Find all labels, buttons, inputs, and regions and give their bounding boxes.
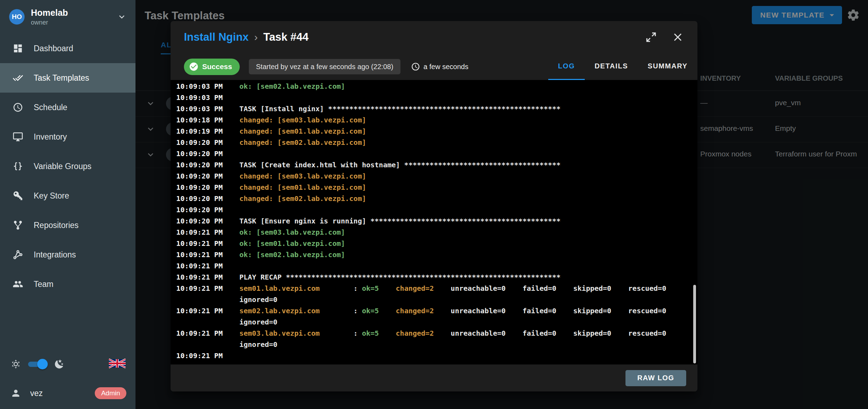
log-line: 10:09:21 PM: [171, 350, 697, 361]
log-timestamp: [171, 294, 239, 305]
log-message: TASK [Install nginx] *******************…: [239, 103, 561, 114]
modal-tabs: LOG DETAILS SUMMARY: [548, 53, 697, 80]
user-name: vez: [30, 389, 43, 398]
repositories-icon: [13, 220, 23, 230]
log-message: ignored=0: [239, 294, 277, 305]
log-line: 10:09:21 PMok: [sem03.lab.vezpi.com]: [171, 227, 697, 238]
log-line: 10:09:20 PMTASK [Create index.html with …: [171, 159, 697, 170]
log-timestamp: 10:09:21 PM: [171, 328, 239, 339]
sidebar-item-integrations[interactable]: Integrations: [0, 240, 135, 269]
log-timestamp: 10:09:21 PM: [171, 238, 239, 249]
log-line: 10:09:20 PMchanged: [sem02.lab.vezpi.com…: [171, 193, 697, 204]
sidebar-item-label: Schedule: [34, 103, 67, 112]
user-profile[interactable]: vez Admin: [0, 377, 135, 409]
key-store-icon: [13, 190, 23, 201]
duration-info: a few seconds: [411, 62, 469, 71]
log-message: ignored=0: [239, 316, 277, 328]
sidebar-item-team[interactable]: Team: [0, 269, 135, 299]
log-line: 10:09:21 PMsem02.lab.vezpi.com : ok=5 ch…: [171, 305, 697, 316]
log-timestamp: 10:09:21 PM: [171, 271, 239, 283]
sidebar-item-label: Task Templates: [34, 73, 89, 83]
user-icon: [11, 388, 21, 398]
started-info: Started by vez at a few seconds ago (22:…: [249, 59, 400, 74]
expand-icon[interactable]: [645, 31, 657, 43]
log-timestamp: 10:09:20 PM: [171, 204, 239, 215]
template-link[interactable]: Install Nginx: [184, 31, 249, 43]
status-badge: Success: [184, 59, 240, 75]
dashboard-icon: [13, 43, 23, 54]
sidebar-item-inventory[interactable]: Inventory: [0, 122, 135, 152]
schedule-icon: [13, 102, 23, 113]
language-flag-icon[interactable]: [109, 358, 126, 370]
task-title: Task #44: [263, 31, 309, 43]
log-message: TASK [Create index.html with hostname] *…: [239, 159, 561, 170]
close-icon[interactable]: [671, 31, 684, 43]
inventory-icon: [13, 132, 23, 142]
log-line: 10:09:21 PMPLAY RECAP ******************…: [171, 271, 697, 283]
log-timestamp: 10:09:20 PM: [171, 215, 239, 227]
sidebar-item-key-store[interactable]: Key Store: [0, 181, 135, 210]
sidebar-item-task-templates[interactable]: Task Templates: [0, 63, 135, 93]
log-timestamp: 10:09:03 PM: [171, 92, 239, 103]
log-timestamp: 10:09:20 PM: [171, 182, 239, 193]
log-line: 10:09:21 PMsem03.lab.vezpi.com : ok=5 ch…: [171, 328, 697, 339]
log-timestamp: 10:09:20 PM: [171, 137, 239, 148]
log-message: changed: [sem02.lab.vezpi.com]: [239, 137, 366, 148]
duration-label: a few seconds: [424, 63, 469, 71]
tab-summary[interactable]: SUMMARY: [638, 53, 697, 80]
log-line: ignored=0: [171, 294, 697, 305]
log-line: 10:09:21 PMsem01.lab.vezpi.com : ok=5 ch…: [171, 283, 697, 294]
log-line: 10:09:20 PMchanged: [sem01.lab.vezpi.com…: [171, 182, 697, 193]
raw-log-button[interactable]: RAW LOG: [625, 370, 686, 386]
log-line: 10:09:03 PMok: [sem02.lab.vezpi.com]: [171, 81, 697, 92]
dark-mode-icon[interactable]: [54, 359, 65, 369]
sidebar-item-schedule[interactable]: Schedule: [0, 93, 135, 122]
log-timestamp: 10:09:20 PM: [171, 193, 239, 204]
log-timestamp: [171, 316, 239, 328]
log-message: changed: [sem01.lab.vezpi.com]: [239, 126, 366, 137]
log-message: sem03.lab.vezpi.com : ok=5 changed=2 unr…: [239, 328, 666, 339]
integrations-icon: [13, 249, 23, 260]
log-line: 10:09:03 PM: [171, 92, 697, 103]
app-root: HO Homelab owner Dashboard Task Template…: [0, 0, 868, 409]
workspace-name: Homelab: [31, 8, 117, 18]
breadcrumb-separator: ›: [254, 31, 258, 43]
log-timestamp: 10:09:20 PM: [171, 170, 239, 182]
log-message: changed: [sem01.lab.vezpi.com]: [239, 182, 366, 193]
log-message: changed: [sem02.lab.vezpi.com]: [239, 193, 366, 204]
tab-log[interactable]: LOG: [548, 53, 585, 80]
workspace-selector[interactable]: HO Homelab owner: [0, 0, 135, 34]
log-line: 10:09:20 PMchanged: [sem02.lab.vezpi.com…: [171, 137, 697, 148]
sidebar-item-variable-groups[interactable]: Variable Groups: [0, 152, 135, 181]
workspace-avatar: HO: [9, 9, 25, 25]
log-line: 10:09:20 PM: [171, 148, 697, 159]
sidebar-item-label: Integrations: [34, 250, 76, 260]
sidebar-item-label: Dashboard: [34, 44, 73, 53]
log-timestamp: 10:09:03 PM: [171, 81, 239, 92]
log-message: sem02.lab.vezpi.com : ok=5 changed=2 unr…: [239, 305, 666, 316]
sidebar-item-repositories[interactable]: Repositories: [0, 210, 135, 240]
log-message: ok: [sem01.lab.vezpi.com]: [239, 238, 345, 249]
log-message: ok: [sem02.lab.vezpi.com]: [239, 81, 345, 92]
clock-icon: [411, 62, 420, 71]
task-templates-icon: [13, 73, 23, 83]
log-message: PLAY RECAP *****************************…: [239, 271, 561, 283]
theme-toggle[interactable]: [26, 358, 48, 370]
workspace-meta: Homelab owner: [31, 8, 117, 26]
log-timestamp: 10:09:19 PM: [171, 126, 239, 137]
log-line: 10:09:20 PMTASK [Ensure nginx is running…: [171, 215, 697, 227]
log-container[interactable]: 10:09:03 PMok: [sem02.lab.vezpi.com]10:0…: [171, 80, 697, 364]
log-message: ok: [sem02.lab.vezpi.com]: [239, 249, 345, 260]
sidebar-spacer: [0, 299, 135, 351]
light-mode-icon[interactable]: [11, 359, 21, 369]
sidebar-item-label: Repositories: [34, 221, 79, 230]
log-line: 10:09:20 PM: [171, 204, 697, 215]
scrollbar-thumb[interactable]: [693, 285, 696, 363]
log-message: changed: [sem03.lab.vezpi.com]: [239, 114, 366, 126]
tab-details[interactable]: DETAILS: [585, 53, 638, 80]
log-timestamp: 10:09:21 PM: [171, 305, 239, 316]
sidebar-item-dashboard[interactable]: Dashboard: [0, 34, 135, 63]
modal-actions: [645, 31, 684, 43]
log-timestamp: 10:09:21 PM: [171, 249, 239, 260]
log-message: ignored=0: [239, 339, 277, 350]
